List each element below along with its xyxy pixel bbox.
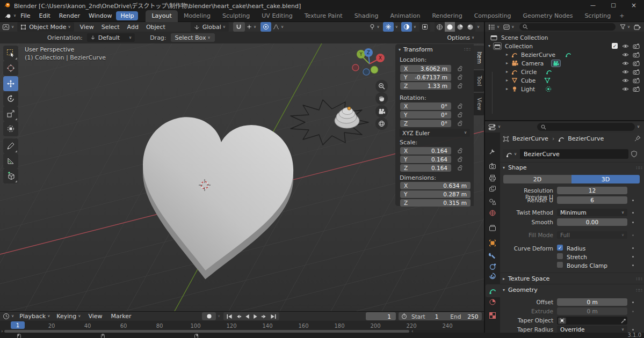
tab-constraints-icon[interactable] xyxy=(489,273,496,280)
datablock-type-icon[interactable]: ∨ xyxy=(503,149,520,159)
auto-key-dropdown-icon[interactable]: ∨ xyxy=(218,314,220,318)
rotation-z-field[interactable]: Z0° xyxy=(400,120,451,127)
radius-checkbox[interactable]: ✓ xyxy=(557,245,563,251)
proportional-editing-toggle[interactable] xyxy=(261,22,271,32)
viewport-menu-view[interactable]: View xyxy=(76,22,98,32)
animate-dot[interactable] xyxy=(632,264,634,266)
expand-icon[interactable]: ▸ xyxy=(506,52,508,57)
gizmos-toggle[interactable] xyxy=(383,22,394,32)
options-dropdown[interactable]: Options ∨ xyxy=(447,34,474,41)
taper-object-field[interactable] xyxy=(557,317,627,325)
bounds-clamp-checkbox[interactable] xyxy=(557,262,563,268)
snap-settings-icon[interactable]: ∨ xyxy=(247,24,256,30)
jump-to-end-button[interactable] xyxy=(270,314,277,319)
gizmos-dropdown-icon[interactable]: ∨ xyxy=(395,25,398,29)
tool-rotate[interactable] xyxy=(3,91,18,106)
rotation-mode-dropdown[interactable]: XYZ Euler∨ xyxy=(399,129,470,137)
animate-dot[interactable] xyxy=(632,234,634,236)
hide-eye-icon[interactable] xyxy=(622,86,629,92)
dimensions-x-field[interactable]: X0.634 m xyxy=(400,182,471,189)
tool-move[interactable] xyxy=(3,76,18,91)
sidebar-tab-view[interactable]: View xyxy=(474,93,484,115)
xray-toggle[interactable] xyxy=(419,22,430,32)
tool-measure[interactable] xyxy=(3,153,18,168)
editor-separator-vertical[interactable] xyxy=(484,22,485,333)
proportional-falloff-icon[interactable]: ∨ xyxy=(273,24,284,30)
datablock-name-field[interactable]: BezierCurve xyxy=(520,149,628,159)
lock-rotation-x-icon[interactable] xyxy=(458,103,463,109)
menu-edit[interactable]: Edit xyxy=(35,10,55,21)
add-workspace-button[interactable]: + xyxy=(617,10,627,22)
tab-scene-icon[interactable] xyxy=(489,198,496,205)
current-frame-field[interactable]: 1 xyxy=(366,312,396,320)
playback-menu[interactable]: Playback∨ xyxy=(19,313,50,320)
tool-select-box[interactable] xyxy=(3,46,18,61)
viewport-canvas[interactable]: User Perspective (1) Collection | Bezier… xyxy=(0,43,484,311)
lock-location-z-icon[interactable] xyxy=(458,83,463,89)
workspace-tab-rendering[interactable]: Rendering xyxy=(426,10,468,22)
hide-collection-eye-icon[interactable] xyxy=(622,43,629,49)
outliner-row-collection[interactable]: ▾ Collection ✓ xyxy=(485,42,644,50)
tool-cursor[interactable] xyxy=(3,61,18,76)
texture-space-panel-header[interactable]: ▸ Texture Space ∷∷ xyxy=(503,275,642,282)
animate-dot[interactable] xyxy=(632,311,634,312)
breadcrumb-data-label[interactable]: BezierCurve xyxy=(568,135,604,142)
menu-window[interactable]: Window xyxy=(84,10,116,21)
pan-view-button[interactable] xyxy=(375,92,388,105)
hide-eye-icon[interactable] xyxy=(622,61,629,66)
properties-options-icon[interactable]: ∨ xyxy=(637,125,640,129)
hide-eye-icon[interactable] xyxy=(622,52,629,57)
scale-y-field[interactable]: Y0.164 xyxy=(400,156,451,163)
keying-menu[interactable]: Keying∨ xyxy=(56,313,81,320)
zoom-view-button[interactable] xyxy=(375,80,388,92)
viewport-menu-object[interactable]: Object xyxy=(142,22,169,32)
show-gizmo-icon[interactable]: ∨ xyxy=(369,24,380,30)
animate-dot[interactable] xyxy=(632,256,634,258)
stopwatch-icon[interactable] xyxy=(401,313,407,319)
minimize-button[interactable]: — xyxy=(583,0,603,10)
new-collection-icon[interactable] xyxy=(634,24,641,30)
taper-radius-dropdown[interactable]: Override∨ xyxy=(557,326,627,333)
sidebar-tab-item[interactable]: Item xyxy=(474,46,484,69)
lock-rotation-y-icon[interactable] xyxy=(458,112,463,117)
tab-object-data-icon[interactable] xyxy=(489,287,496,295)
play-reverse-button[interactable] xyxy=(244,314,250,319)
rotation-y-field[interactable]: Y0° xyxy=(400,111,451,119)
animate-dot[interactable] xyxy=(632,302,634,303)
expand-icon[interactable]: ▸ xyxy=(506,69,508,74)
resolution-preview-field[interactable]: 12 xyxy=(557,187,627,194)
editor-separator-horizontal[interactable] xyxy=(485,120,644,121)
timeline-marker-menu[interactable]: Marker xyxy=(107,312,136,321)
outliner-row-circle[interactable]: ▸ Circle xyxy=(485,68,644,76)
snap-toggle[interactable] xyxy=(233,22,245,32)
play-button[interactable] xyxy=(252,314,258,319)
panel-grip[interactable]: ∷∷ xyxy=(465,47,471,52)
start-value[interactable]: 1 xyxy=(435,313,439,320)
tab-texture-icon[interactable] xyxy=(489,312,496,319)
close-button[interactable]: × xyxy=(624,0,644,10)
menu-render[interactable]: Render xyxy=(55,10,84,21)
fill-mode-dropdown[interactable]: Full∨ xyxy=(557,231,627,239)
collection-checkbox[interactable]: ✓ xyxy=(612,43,618,49)
workspace-tab-compositing[interactable]: Compositing xyxy=(468,10,517,22)
transform-panel-title[interactable]: Transform xyxy=(403,46,433,53)
pin-icon[interactable] xyxy=(634,135,641,142)
tab-physics-icon[interactable] xyxy=(489,263,496,270)
maximize-button[interactable]: □ xyxy=(603,0,624,10)
workspace-tab-texture-paint[interactable]: Texture Paint xyxy=(299,10,349,22)
offset-field[interactable]: 0 m xyxy=(557,298,627,306)
menu-file[interactable]: File xyxy=(16,10,34,21)
disable-render-icon[interactable] xyxy=(633,52,640,57)
tab-output-icon[interactable] xyxy=(489,174,496,182)
workspace-tab-animation[interactable]: Animation xyxy=(384,10,426,22)
navigation-gizmo[interactable]: Y Z X xyxy=(349,46,387,79)
location-x-field[interactable]: X3.6062 m xyxy=(400,65,451,72)
render-u-field[interactable]: 6 xyxy=(557,196,627,204)
shading-dropdown-icon[interactable]: ∨ xyxy=(477,25,480,29)
animate-dot[interactable] xyxy=(632,212,634,214)
jump-to-start-button[interactable] xyxy=(226,314,233,319)
tool-annotate[interactable] xyxy=(3,138,18,153)
location-y-field[interactable]: Y-0.67137 m xyxy=(400,74,451,81)
gizmo-z-neg[interactable] xyxy=(363,69,370,75)
prev-keyframe-button[interactable] xyxy=(235,314,242,319)
